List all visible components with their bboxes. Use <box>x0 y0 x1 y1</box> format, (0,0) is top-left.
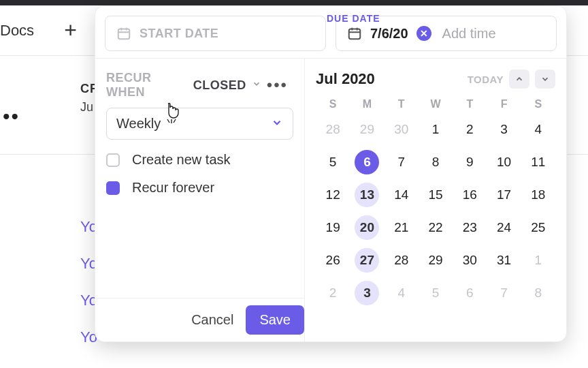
add-icon[interactable]: + <box>64 18 77 43</box>
recurrence-pane: RECUR WHEN CLOSED ••• Weekly Create new … <box>95 59 305 341</box>
calendar-day[interactable]: 6 <box>453 279 487 307</box>
add-time-button[interactable]: Add time <box>442 26 496 42</box>
calendar-dow: S <box>521 98 555 110</box>
checkbox[interactable] <box>106 153 120 167</box>
svg-rect-1 <box>349 29 361 40</box>
calendar-day[interactable]: 3 <box>487 116 521 143</box>
calendar-day[interactable]: 28 <box>385 247 419 274</box>
option-create-new-task[interactable]: Create new task <box>106 152 293 168</box>
calendar-day[interactable]: 12 <box>316 181 350 209</box>
calendar-day[interactable]: 9 <box>453 149 487 176</box>
calendar-day[interactable]: 2 <box>316 279 350 307</box>
calendar-day[interactable]: 5 <box>419 279 453 307</box>
calendar-day[interactable]: 18 <box>521 181 555 209</box>
calendar-icon <box>347 26 362 41</box>
calendar-dow: T <box>385 98 419 110</box>
recur-when-label: RECUR WHEN <box>106 71 188 99</box>
calendar-day[interactable]: 23 <box>453 214 487 241</box>
prev-month-button[interactable] <box>509 70 529 89</box>
calendar-day[interactable]: 28 <box>316 116 350 143</box>
calendar-dow: S <box>316 98 350 110</box>
next-month-button[interactable] <box>535 70 555 89</box>
calendar-day[interactable]: 8 <box>419 149 453 176</box>
calendar-dow: T <box>453 98 487 110</box>
cancel-button[interactable]: Cancel <box>179 305 246 335</box>
calendar-day[interactable]: 21 <box>385 214 419 241</box>
option-recur-forever[interactable]: Recur forever <box>106 180 293 196</box>
calendar-day[interactable]: 29 <box>419 247 453 274</box>
calendar-dow-row: SMTWTFS <box>316 98 555 110</box>
more-icon[interactable]: ••• <box>267 76 293 95</box>
calendar-day[interactable]: 4 <box>385 279 419 307</box>
calendar-day[interactable]: 16 <box>453 181 487 209</box>
calendar-dow: F <box>487 98 521 110</box>
calendar-day[interactable]: 20 <box>350 214 384 241</box>
calendar-day[interactable]: 17 <box>487 181 521 209</box>
option-label: Create new task <box>132 152 231 168</box>
calendar-day[interactable]: 11 <box>521 149 555 176</box>
recur-trigger-state[interactable]: CLOSED <box>193 78 246 93</box>
start-date-field[interactable]: START DATE <box>105 16 326 51</box>
calendar-day[interactable]: 7 <box>385 149 419 176</box>
calendar-day[interactable]: 1 <box>419 116 453 143</box>
calendar-days-grid: 2829301234567891011121314151617181920212… <box>316 116 555 307</box>
calendar-day[interactable]: 19 <box>316 214 350 241</box>
chevron-down-icon <box>271 117 283 132</box>
due-date-value: 7/6/20 <box>370 26 408 42</box>
calendar-pane: Jul 2020 TODAY SMTWTFS 28293012345678910… <box>305 59 566 341</box>
calendar-day[interactable]: 30 <box>453 247 487 274</box>
calendar-day[interactable]: 22 <box>419 214 453 241</box>
calendar-day[interactable]: 10 <box>487 149 521 176</box>
frequency-value: Weekly <box>116 116 161 132</box>
calendar-day[interactable]: 25 <box>521 214 555 241</box>
date-recur-popover: DUE DATE START DATE 7/6/20 ✕ Add time RE… <box>95 5 567 342</box>
calendar-day[interactable]: 1 <box>521 247 555 274</box>
chevron-down-icon[interactable] <box>252 79 261 91</box>
calendar-day[interactable]: 30 <box>385 116 419 143</box>
calendar-day[interactable]: 15 <box>419 181 453 209</box>
clear-due-icon[interactable]: ✕ <box>416 26 431 41</box>
calendar-dow: M <box>350 98 384 110</box>
calendar-day[interactable]: 7 <box>487 279 521 307</box>
calendar-day[interactable]: 27 <box>350 247 384 274</box>
frequency-select[interactable]: Weekly <box>106 108 293 140</box>
checkbox[interactable] <box>106 181 120 195</box>
calendar-day[interactable]: 14 <box>385 181 419 209</box>
calendar-day[interactable]: 31 <box>487 247 521 274</box>
window-titlebar <box>0 0 588 5</box>
due-date-label: DUE DATE <box>327 13 380 24</box>
calendar-day[interactable]: 8 <box>521 279 555 307</box>
start-date-placeholder: START DATE <box>140 27 218 41</box>
calendar-day[interactable]: 13 <box>350 181 384 209</box>
calendar-day[interactable]: 2 <box>453 116 487 143</box>
nav-docs[interactable]: Docs <box>0 22 34 40</box>
calendar-day[interactable]: 3 <box>350 279 384 307</box>
svg-rect-0 <box>118 29 130 40</box>
calendar-day[interactable]: 6 <box>350 149 384 176</box>
calendar-dow: W <box>419 98 453 110</box>
ellipsis-icon[interactable]: •• <box>0 71 92 128</box>
calendar-icon <box>116 26 131 41</box>
calendar-day[interactable]: 24 <box>487 214 521 241</box>
save-button[interactable]: Save <box>246 305 304 335</box>
today-button[interactable]: TODAY <box>468 74 504 85</box>
calendar-day[interactable]: 29 <box>350 116 384 143</box>
calendar-day[interactable]: 4 <box>521 116 555 143</box>
calendar-month: Jul 2020 <box>316 70 462 88</box>
calendar-day[interactable]: 26 <box>316 247 350 274</box>
option-label: Recur forever <box>132 180 214 196</box>
calendar-day[interactable]: 5 <box>316 149 350 176</box>
